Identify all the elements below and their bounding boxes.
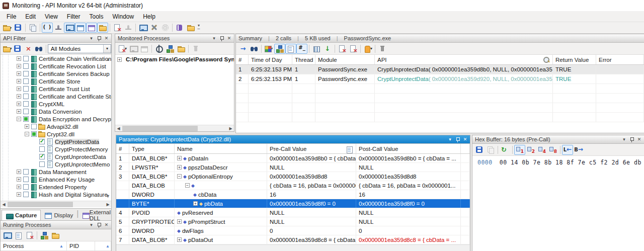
column--[interactable]: # xyxy=(116,144,129,153)
scroll-up-icon[interactable]: ▲ xyxy=(106,244,110,248)
tree-item[interactable]: CryptUnprotectData xyxy=(1,153,111,160)
toggle-top-pane-button[interactable] xyxy=(75,23,86,33)
process-properties-button[interactable] xyxy=(176,44,187,54)
filter-save-button[interactable] xyxy=(13,44,23,54)
expand-plus-icon[interactable]: + xyxy=(117,57,122,62)
tree-item[interactable]: +Enhanced Key Usage xyxy=(1,176,111,183)
monitored-process-item[interactable]: + C:\Program Files\Google\Password Sync\… xyxy=(115,55,234,64)
checkbox[interactable] xyxy=(39,146,45,152)
menu-file[interactable]: File xyxy=(2,12,21,22)
checkbox[interactable] xyxy=(23,116,29,122)
parameter-row[interactable]: 4PVOID◆pvReservedNULLNULL xyxy=(116,208,470,217)
display-options-button[interactable] xyxy=(137,23,148,33)
column-return-value[interactable]: Return Value xyxy=(553,55,596,64)
toggle-output-button[interactable] xyxy=(97,23,108,33)
checkbox[interactable] xyxy=(23,63,29,69)
pane-pin-button[interactable] xyxy=(454,136,461,143)
tree-item[interactable]: +Certificate Chain Verification xyxy=(1,55,111,62)
filter-find-button[interactable] xyxy=(34,44,44,54)
highlight-colors-button[interactable]: ▾ xyxy=(263,44,274,54)
expand-plus-icon[interactable]: + xyxy=(17,109,21,114)
pane-pin-button[interactable] xyxy=(628,136,635,143)
terminate-process-button[interactable] xyxy=(24,230,35,240)
tree-item[interactable]: −Data Encryption and Decrypti xyxy=(1,115,111,123)
api-search-icon[interactable] xyxy=(542,56,550,64)
pane-close-button[interactable]: ✕ xyxy=(103,35,110,42)
api-filter-hscrollbar[interactable]: ◀ ▶ xyxy=(1,201,111,207)
checkbox[interactable] xyxy=(31,124,37,129)
parameter-row[interactable]: 6DWORD◆dwFlags00 xyxy=(116,226,470,235)
tree-item[interactable]: +Hash and Digital Signature xyxy=(1,191,111,198)
tree-item[interactable]: +Data Management xyxy=(1,168,111,176)
show-parameters-button[interactable]: ( ) xyxy=(42,23,53,33)
parameter-row[interactable]: DWORD◆cbData1616 xyxy=(116,190,470,199)
delete-process-button[interactable] xyxy=(190,44,201,54)
expand-plus-icon[interactable]: + xyxy=(17,192,21,197)
pane-pin-button[interactable] xyxy=(96,222,102,228)
filter-clear-button[interactable]: × xyxy=(23,44,34,54)
call-tree-toggle-button[interactable] xyxy=(274,44,285,54)
expand-plus-icon[interactable]: + xyxy=(17,170,21,174)
expand-plus-icon[interactable]: + xyxy=(17,185,21,189)
hex-save-button[interactable] xyxy=(474,145,485,155)
find-window-button[interactable] xyxy=(153,44,165,54)
monitor-process-button[interactable]: ▾ xyxy=(2,230,13,240)
little-endian-button[interactable]: L← xyxy=(562,145,573,155)
go-to-call-button[interactable]: → xyxy=(237,44,249,54)
column-pid[interactable]: PID xyxy=(67,241,95,250)
scroll-right-icon[interactable]: ▶ xyxy=(227,125,234,132)
save-button[interactable] xyxy=(13,23,24,33)
parameter-row[interactable]: 2LPWSTR*+◆ppszDataDescrNULLNULL xyxy=(116,163,470,172)
expand-plus-icon[interactable]: + xyxy=(17,79,21,83)
group-8-byte-button[interactable] xyxy=(547,145,558,155)
tree-item[interactable]: CryptUnprotectMemo xyxy=(1,160,111,168)
menu-help[interactable]: Help xyxy=(138,12,160,22)
column-time-of-day[interactable]: Time of Day xyxy=(249,55,292,64)
menu-window[interactable]: Window xyxy=(108,12,139,22)
fingerprint-button[interactable] xyxy=(159,23,171,33)
process-tree-button[interactable] xyxy=(39,230,50,240)
hex-copy-button[interactable] xyxy=(485,145,496,155)
pane-menu-button[interactable]: ▾ xyxy=(211,35,217,42)
decode-values-button[interactable]: #_ xyxy=(296,44,307,54)
scroll-up-icon[interactable]: ▲ xyxy=(106,57,110,62)
pane-menu-button[interactable]: ▾ xyxy=(88,35,95,42)
toolbar-overflow-icon[interactable]: ▾─ xyxy=(196,24,201,32)
expand-plus-icon[interactable]: + xyxy=(17,102,21,106)
show-parameters-toggle-button[interactable] xyxy=(285,44,296,54)
tab-external-dll[interactable]: External DLL xyxy=(78,210,116,220)
expand-plus-icon[interactable]: + xyxy=(17,71,21,76)
module-filter-select[interactable]: All Modules ▾ xyxy=(48,44,111,53)
chevron-down-icon[interactable]: ▾ xyxy=(103,45,111,53)
hex-dump-line[interactable]: 000000 14 0b 7e 8b 18 8f 7e c5 f2 2d 6e … xyxy=(472,156,644,166)
tree-item[interactable]: +Certificate Store xyxy=(1,77,111,85)
toggle-monitored-processes-button[interactable] xyxy=(64,23,75,33)
checkbox[interactable] xyxy=(23,94,29,99)
column-name[interactable]: Name xyxy=(175,144,267,153)
tree-item[interactable]: +Certificate Trust List xyxy=(1,85,111,93)
expand-collapse-icon[interactable]: − xyxy=(177,174,182,179)
expand-plus-icon[interactable]: + xyxy=(193,201,198,206)
pane-close-button[interactable]: ✕ xyxy=(636,136,642,143)
tree-item[interactable]: +Certificate Revocation List xyxy=(1,62,111,70)
checkbox[interactable] xyxy=(39,154,45,159)
column-module[interactable]: Module xyxy=(315,55,375,64)
pause-monitoring-button[interactable] xyxy=(128,44,139,54)
column-type[interactable]: Type xyxy=(129,144,175,153)
scroll-left-icon[interactable]: ◀ xyxy=(1,201,7,208)
filter-open-button[interactable]: ▾ xyxy=(2,44,13,54)
stop-monitoring-button[interactable] xyxy=(139,44,150,54)
pane-menu-button[interactable]: ▾ xyxy=(447,136,453,143)
checkbox[interactable] xyxy=(23,71,29,76)
parameter-row[interactable]: BYTE*+◆pbData0x0000001ea359d8f0 = 00x000… xyxy=(116,199,470,208)
checkbox[interactable] xyxy=(23,56,29,61)
column-api[interactable]: API xyxy=(375,55,553,64)
checkbox[interactable] xyxy=(39,139,45,144)
find-button[interactable] xyxy=(249,44,260,54)
group-1-byte-button[interactable] xyxy=(514,145,525,155)
monitor-new-process-button[interactable]: ▾ xyxy=(117,44,128,54)
column-thread[interactable]: Thread xyxy=(292,55,315,64)
menu-tools[interactable]: Tools xyxy=(85,12,108,22)
checkbox[interactable] xyxy=(23,86,29,92)
expand-plus-icon[interactable]: + xyxy=(177,237,182,242)
